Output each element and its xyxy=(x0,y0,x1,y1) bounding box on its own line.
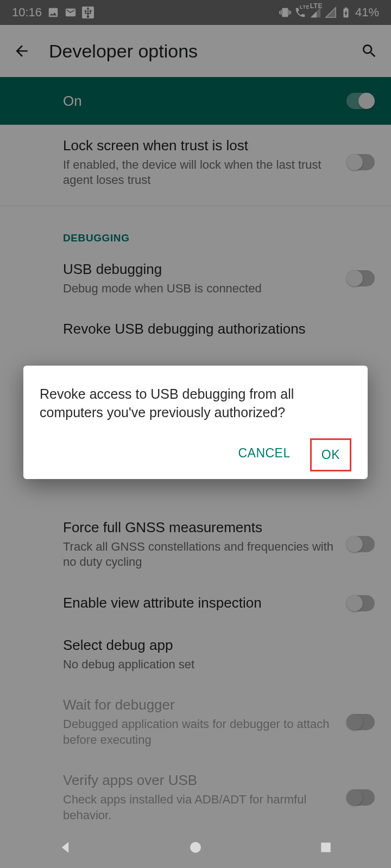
nav-recent-icon[interactable] xyxy=(318,839,334,858)
svg-rect-1 xyxy=(321,843,331,852)
nav-home-icon[interactable] xyxy=(187,839,204,858)
confirm-dialog: Revoke access to USB debugging from all … xyxy=(23,366,368,479)
svg-point-0 xyxy=(190,842,201,853)
ok-button[interactable]: OK xyxy=(310,438,351,471)
navigation-bar xyxy=(0,829,391,868)
nav-back-icon[interactable] xyxy=(57,839,73,858)
cancel-button[interactable]: CANCEL xyxy=(228,438,300,471)
dialog-message: Revoke access to USB debugging from all … xyxy=(40,385,351,422)
